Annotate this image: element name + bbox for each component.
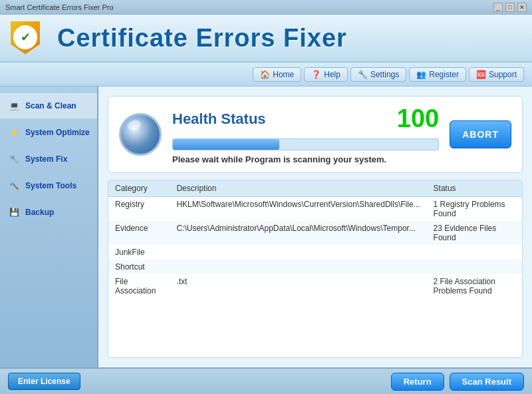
results-panel: Category Description Status RegistryHKLM… — [108, 180, 523, 358]
nav-settings-label: Settings — [370, 70, 399, 79]
nav-support-button[interactable]: 🆘 Support — [469, 67, 524, 82]
health-title: Health Status — [172, 110, 266, 128]
nav-settings-button[interactable]: 🔧 Settings — [350, 67, 406, 82]
cell-status: 1 Registry Problems Found — [427, 197, 522, 222]
table-row: EvidenceC:\Users\Administrator\AppData\L… — [108, 221, 522, 245]
nav-help-label: Help — [324, 70, 340, 79]
cell-description — [170, 245, 426, 260]
support-icon: 🆘 — [476, 70, 486, 79]
cell-status — [427, 260, 522, 274]
bottom-bar: Enter License Return Scan Result — [0, 367, 532, 394]
cell-description: HKLM\Software\Microsoft\Windows\CurrentV… — [170, 197, 426, 222]
sidebar-item-backup[interactable]: 💾 Backup — [0, 200, 97, 225]
title-bar-label: Smart Certificate Errors Fixer Pro — [5, 3, 114, 11]
table-row: JunkFile — [108, 245, 522, 260]
globe-shine — [126, 118, 142, 132]
nav-support-label: Support — [489, 70, 517, 79]
cell-category: File Association — [108, 274, 170, 298]
table-header-row: Category Description Status — [108, 180, 522, 197]
health-globe — [119, 113, 162, 156]
cell-status — [427, 245, 522, 260]
system-fix-icon: 🔧 — [7, 152, 21, 166]
cell-category: Evidence — [108, 221, 170, 245]
minimize-button[interactable]: _ — [493, 3, 503, 12]
backup-icon: 💾 — [7, 205, 21, 220]
close-button[interactable]: ✕ — [517, 3, 527, 12]
main-content: Health Status 100 Please wait while Prog… — [98, 87, 532, 367]
maximize-button[interactable]: □ — [505, 3, 515, 12]
col-status: Status — [427, 180, 522, 197]
nav-help-button[interactable]: ❓ Help — [304, 67, 348, 82]
progress-bar-bg — [172, 138, 439, 150]
sidebar-item-scan-clean[interactable]: 💻 Scan & Clean — [0, 93, 97, 118]
return-button[interactable]: Return — [391, 373, 444, 391]
sidebar: 💻 Scan & Clean ⚡ System Optimize 🔧 Syste… — [0, 87, 98, 367]
scan-result-button[interactable]: Scan Result — [450, 373, 524, 391]
sidebar-system-tools-label: System Tools — [25, 181, 76, 190]
help-icon: ❓ — [311, 70, 321, 79]
cell-description: .txt — [170, 274, 426, 298]
bottom-right-buttons: Return Scan Result — [391, 373, 524, 391]
sidebar-item-system-optimize[interactable]: ⚡ System Optimize — [0, 120, 97, 145]
cell-category: Registry — [108, 197, 170, 222]
health-title-row: Health Status 100 — [172, 104, 439, 133]
cell-description — [170, 260, 426, 274]
system-optimize-icon: ⚡ — [7, 125, 21, 140]
main-layout: 💻 Scan & Clean ⚡ System Optimize 🔧 Syste… — [0, 87, 532, 367]
nav-home-button[interactable]: 🏠 Home — [253, 67, 301, 82]
sidebar-system-optimize-label: System Optimize — [25, 128, 90, 137]
cell-description: C:\Users\Administrator\AppData\Local\Mic… — [170, 221, 426, 245]
cell-category: JunkFile — [108, 245, 170, 260]
app-title: Certificate Errors Fixer — [57, 24, 347, 53]
cell-status: 23 Evidence Files Found — [427, 221, 522, 245]
settings-icon: 🔧 — [358, 70, 368, 79]
sidebar-scan-clean-label: Scan & Clean — [25, 101, 76, 110]
col-description: Description — [170, 180, 426, 197]
nav-register-label: Register — [429, 70, 459, 79]
health-panel: Health Status 100 Please wait while Prog… — [108, 96, 523, 173]
sidebar-item-system-tools[interactable]: 🔨 System Tools — [0, 173, 97, 198]
sidebar-system-fix-label: System Fix — [25, 154, 67, 164]
table-row: Shortcut — [108, 260, 522, 274]
app-header: ✔ Certificate Errors Fixer — [0, 15, 532, 63]
nav-bar: 🏠 Home ❓ Help 🔧 Settings 👥 Register 🆘 Su… — [0, 63, 532, 87]
nav-home-label: Home — [273, 70, 294, 79]
nav-register-button[interactable]: 👥 Register — [409, 67, 466, 82]
scan-clean-icon: 💻 — [7, 98, 21, 113]
health-status-text: Please wait while Program is scanning yo… — [172, 154, 439, 164]
title-bar: Smart Certificate Errors Fixer Pro _ □ ✕ — [0, 0, 532, 15]
home-icon: 🏠 — [260, 70, 270, 79]
logo-check-icon: ✔ — [13, 25, 37, 49]
sidebar-backup-label: Backup — [25, 208, 54, 217]
progress-bar-fill — [173, 139, 279, 150]
enter-license-button[interactable]: Enter License — [8, 373, 80, 390]
table-row: File Association.txt2 File Association P… — [108, 274, 522, 298]
results-table: Category Description Status RegistryHKLM… — [108, 180, 522, 298]
cell-category: Shortcut — [108, 260, 170, 274]
title-bar-controls: _ □ ✕ — [493, 3, 527, 12]
health-info: Health Status 100 Please wait while Prog… — [172, 104, 439, 164]
col-category: Category — [108, 180, 170, 197]
cell-status: 2 File Association Problems Found — [427, 274, 522, 298]
app-logo: ✔ — [11, 20, 51, 57]
health-score: 100 — [397, 104, 439, 133]
register-icon: 👥 — [416, 70, 426, 79]
sidebar-item-system-fix[interactable]: 🔧 System Fix — [0, 146, 97, 172]
system-tools-icon: 🔨 — [7, 178, 21, 193]
abort-button[interactable]: ABORT — [450, 120, 511, 148]
table-row: RegistryHKLM\Software\Microsoft\Windows\… — [108, 197, 522, 222]
